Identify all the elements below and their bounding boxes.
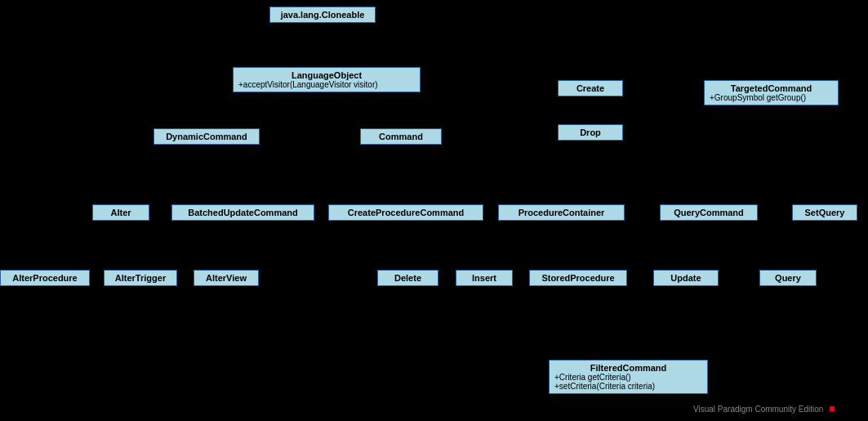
setquery-box: SetQuery xyxy=(792,204,857,221)
filteredcommand-title: FilteredCommand xyxy=(554,363,702,373)
querycommand-title: QueryCommand xyxy=(665,208,752,217)
insert-title: Insert xyxy=(461,273,507,283)
procedurecontainer-box: ProcedureContainer xyxy=(498,204,625,221)
update-title: Update xyxy=(659,273,713,283)
dynamiccommand-title: DynamicCommand xyxy=(159,132,254,141)
svg-line-17 xyxy=(121,222,140,268)
query-box: Query xyxy=(759,270,817,286)
svg-line-16 xyxy=(45,222,105,268)
drop-box: Drop xyxy=(558,124,623,141)
svg-line-7 xyxy=(442,89,558,137)
insert-box: Insert xyxy=(456,270,513,286)
svg-line-6 xyxy=(207,96,327,127)
svg-line-18 xyxy=(137,222,226,268)
createprocedurecommand-title: CreateProcedureCommand xyxy=(334,208,478,217)
svg-line-11 xyxy=(243,146,401,203)
command-box: Command xyxy=(360,128,442,145)
svg-line-19 xyxy=(408,222,539,268)
dynamiccommand-box: DynamicCommand xyxy=(154,128,260,145)
altertrigger-title: AlterTrigger xyxy=(109,273,171,283)
filteredcommand-method1: +Criteria getCriteria() xyxy=(554,373,702,382)
batchedupdatecommand-title: BatchedUpdateCommand xyxy=(177,208,309,217)
filteredcommand-method2: +setCriteria(Criteria criteria) xyxy=(554,382,702,391)
svg-line-13 xyxy=(401,146,561,203)
svg-line-23 xyxy=(725,222,788,268)
delete-title: Delete xyxy=(383,273,433,283)
querycommand-box: QueryCommand xyxy=(660,204,758,221)
procedurecontainer-title: ProcedureContainer xyxy=(504,208,619,217)
create-title: Create xyxy=(563,83,617,93)
drop-title: Drop xyxy=(563,128,617,137)
alterprocedure-title: AlterProcedure xyxy=(6,273,84,283)
setquery-title: SetQuery xyxy=(798,208,852,217)
filteredcommand-box: FilteredCommand +Criteria getCriteria() … xyxy=(549,360,708,394)
targetedcommand-method: +GroupSymbol getGroup() xyxy=(710,93,833,102)
svg-line-22 xyxy=(686,222,692,268)
svg-line-10 xyxy=(121,146,401,203)
delete-box: Delete xyxy=(377,270,438,286)
altertrigger-box: AlterTrigger xyxy=(104,270,177,286)
cloneable-box: java.lang.Cloneable xyxy=(269,7,376,23)
update-box: Update xyxy=(653,270,719,286)
query-title: Query xyxy=(765,273,811,283)
alterview-box: AlterView xyxy=(194,270,259,286)
svg-line-8 xyxy=(442,133,558,143)
storedprocedure-title: StoredProcedure xyxy=(535,273,621,283)
watermark: Visual Paradigm Community Edition ■ xyxy=(693,402,835,414)
targetedcommand-title: TargetedCommand xyxy=(710,83,833,93)
alter-box: Alter xyxy=(92,204,149,221)
cloneable-title: java.lang.Cloneable xyxy=(275,10,370,20)
svg-line-24 xyxy=(628,222,709,358)
alterprocedure-box: AlterProcedure xyxy=(0,270,90,286)
svg-line-12 xyxy=(401,146,406,203)
create-box: Create xyxy=(558,80,623,96)
svg-line-14 xyxy=(442,146,709,203)
createprocedurecommand-box: CreateProcedureCommand xyxy=(328,204,483,221)
targetedcommand-box: TargetedCommand +GroupSymbol getGroup() xyxy=(704,80,839,105)
languageobject-method: +acceptVisitor(LanguageVisitor visitor) xyxy=(238,80,415,89)
storedprocedure-box: StoredProcedure xyxy=(529,270,627,286)
batchedupdatecommand-box: BatchedUpdateCommand xyxy=(171,204,314,221)
svg-line-20 xyxy=(484,222,555,268)
alter-title: Alter xyxy=(98,208,144,217)
svg-line-21 xyxy=(578,222,588,268)
alterview-title: AlterView xyxy=(199,273,253,283)
command-title: Command xyxy=(366,132,436,141)
languageobject-box: LanguageObject +acceptVisitor(LanguageVi… xyxy=(233,67,421,92)
languageobject-title: LanguageObject xyxy=(238,70,415,80)
